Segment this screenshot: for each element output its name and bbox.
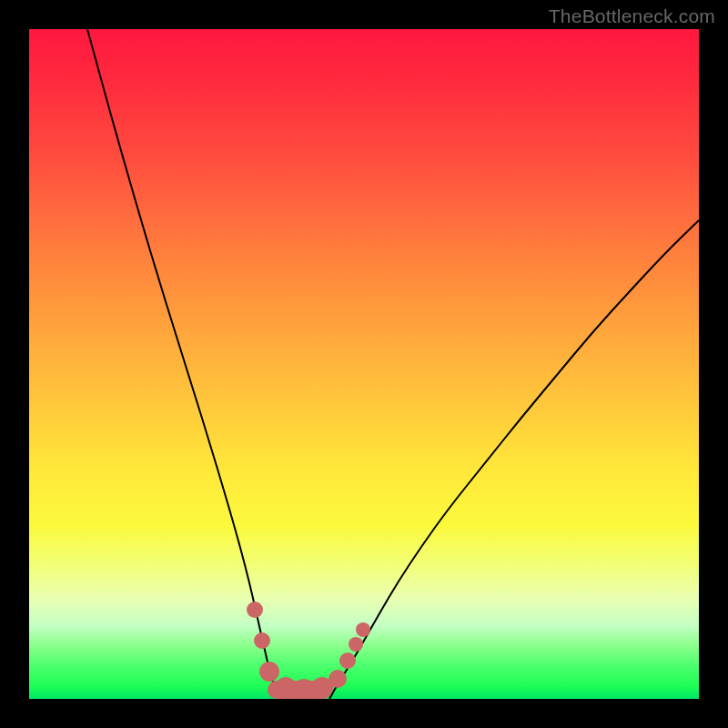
plot-area: [29, 29, 699, 699]
marker-dot-6: [329, 670, 347, 688]
chart-svg: [29, 29, 699, 699]
curve-right-branch: [329, 220, 699, 699]
marker-dot-1: [254, 632, 270, 649]
curve-layer: [87, 29, 699, 699]
curve-left-branch: [87, 29, 278, 699]
marker-dot-9: [356, 622, 370, 637]
outer-frame: TheBottleneck.com: [0, 0, 728, 728]
marker-dot-8: [349, 637, 363, 652]
marker-dot-0: [247, 602, 263, 618]
marker-dot-7: [339, 652, 356, 669]
watermark-text: TheBottleneck.com: [549, 5, 715, 27]
marker-dot-2: [259, 662, 279, 682]
